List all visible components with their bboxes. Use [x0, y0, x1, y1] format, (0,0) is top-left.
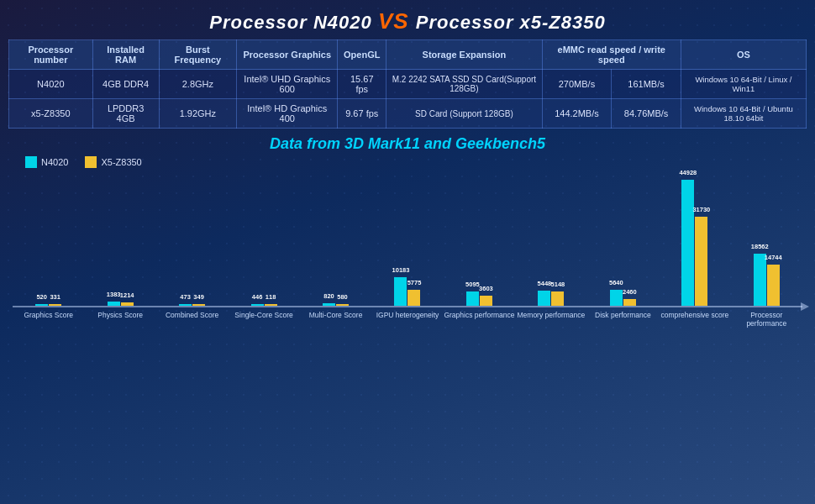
bar-labels-container: Graphics ScorePhysics ScoreCombined Scor… [8, 307, 807, 328]
bar-group: 50953603 [444, 291, 515, 306]
chart-title: Data from 3D Mark11 and Geekbench5 [0, 129, 815, 156]
bar-value-x5: 5148 [551, 281, 565, 288]
header-opengl: OpenGL [338, 40, 386, 70]
bar-value-x5: 349 [193, 293, 204, 301]
chart-area: 5203311383121447334944611882058010183577… [0, 171, 815, 339]
cell-read: 270MB/s [542, 70, 612, 99]
bar-value-x5: 2460 [623, 288, 637, 296]
cell-graphics: Intel® HD Graphics 400 [237, 99, 338, 129]
cell-freq: 1.92GHz [159, 99, 237, 129]
bar-label: Single-Core Score [228, 309, 299, 328]
header-processor-number: Processor number [9, 40, 93, 70]
bar-group: 56402460 [587, 290, 659, 306]
bar-label: Memory performance [515, 309, 586, 328]
bar-value-x5: 3603 [479, 285, 493, 292]
page-title: Processor N4020 VS Processor x5-Z8350 [0, 0, 815, 39]
title-part1: Processor N4020 [209, 12, 372, 33]
bar-x5: 2460 [623, 299, 636, 306]
bar-group: 4492831730 [659, 180, 730, 306]
header-burst-freq: Burst Frequency [159, 40, 237, 70]
legend-x5: X5-Z8350 [85, 156, 141, 168]
bar-label: Processor performance [731, 309, 802, 328]
bar-label: Graphics Score [13, 309, 84, 328]
bar-value-x5: 331 [50, 293, 60, 301]
bar-x5: 31730 [695, 217, 707, 306]
bar-group: 1856214744 [731, 254, 802, 306]
x-axis-arrow [801, 302, 809, 311]
bar-label: Combined Score [156, 309, 228, 328]
header-storage: Storage Expansion [386, 40, 542, 70]
cell-os: Windows 10 64-Bit / Ubuntu 18.10 64bit [681, 99, 806, 129]
legend-n4020: N4020 [25, 156, 68, 168]
chart-legend: N4020 X5-Z8350 [0, 156, 815, 168]
cell-os: Windows 10 64-Bit / Linux / Win11 [681, 70, 806, 99]
title-vs: VS [378, 8, 416, 34]
legend-label-x5: X5-Z8350 [101, 157, 141, 167]
bar-label: Graphics performance [444, 309, 515, 328]
bar-x5: 3603 [480, 296, 492, 306]
header-processor-graphics: Processor Graphics [237, 40, 338, 70]
header-installed-ram: Installed RAM [92, 40, 159, 70]
table-row: N4020 4GB DDR4 2.8GHz Intel® UHD Graphic… [9, 70, 807, 99]
x-axis [13, 306, 802, 307]
bar-value-n4020: 1383 [107, 291, 121, 298]
bar-n4020: 10183 [394, 277, 407, 306]
bar-value-x5: 1214 [120, 291, 134, 299]
cell-freq: 2.8GHz [159, 70, 237, 99]
bar-value-n4020: 446 [252, 293, 263, 301]
cell-processor: x5-Z8350 [9, 99, 93, 129]
bar-label: Multi-Core Score [300, 309, 371, 328]
table-row: x5-Z8350 LPDDR3 4GB 1.92GHz Intel® HD Gr… [9, 99, 807, 129]
bar-value-x5: 5775 [408, 279, 422, 286]
bar-n4020: 5095 [466, 291, 479, 306]
cell-ram: 4GB DDR4 [92, 70, 159, 99]
bar-value-n4020: 5448 [538, 280, 552, 287]
cell-opengl: 9.67 fps [338, 99, 386, 129]
bar-value-n4020: 10183 [392, 266, 410, 274]
bar-value-n4020: 5095 [465, 281, 480, 288]
bar-n4020: 5640 [610, 290, 623, 306]
legend-color-x5 [85, 156, 97, 168]
bar-value-n4020: 44928 [679, 169, 697, 176]
bar-n4020: 5448 [538, 291, 550, 306]
cell-write: 161MB/s [612, 70, 681, 99]
bar-x5: 5775 [408, 290, 420, 306]
bar-n4020: 18562 [754, 254, 766, 306]
comparison-table: Processor number Installed RAM Burst Fre… [8, 39, 807, 129]
bar-value-x5: 31730 [692, 206, 710, 213]
bars-container: 5203311383121447334944611882058010183577… [8, 171, 807, 306]
cell-graphics: Intel® UHD Graphics 600 [237, 70, 338, 99]
bar-value-n4020: 820 [323, 292, 334, 300]
bar-label: comprehensive score [659, 309, 730, 328]
bar-label: Physics Score [84, 309, 155, 328]
title-part2: Processor x5-Z8350 [416, 12, 606, 33]
bar-value-x5: 14744 [765, 254, 782, 261]
bar-value-n4020: 473 [180, 293, 191, 301]
header-os: OS [681, 40, 806, 70]
bar-x5: 5148 [551, 291, 564, 306]
bar-value-x5: 580 [337, 293, 348, 301]
cell-processor: N4020 [9, 70, 93, 99]
bar-value-x5: 118 [266, 293, 276, 301]
cell-read: 144.2MB/s [542, 99, 612, 129]
bar-n4020: 44928 [681, 180, 694, 306]
bar-group: 101835775 [371, 277, 443, 306]
bar-label: Disk performance [587, 309, 659, 328]
bar-value-n4020: 5640 [609, 279, 623, 286]
cell-write: 84.76MB/s [612, 99, 681, 129]
legend-label-n4020: N4020 [41, 157, 68, 167]
cell-storage: SD Card (Support 128GB) [386, 99, 542, 129]
bar-value-n4020: 18562 [751, 243, 769, 250]
header-emmc: eMMC read speed / write speed [542, 40, 681, 70]
bar-x5: 14744 [767, 265, 780, 306]
cell-ram: LPDDR3 4GB [92, 99, 159, 129]
legend-color-n4020 [25, 156, 37, 168]
cell-opengl: 15.67 fps [338, 70, 386, 99]
cell-storage: M.2 2242 SATA SSD SD Card(Support 128GB) [386, 70, 542, 99]
bar-label: IGPU heterogeneity [371, 309, 443, 328]
bar-value-n4020: 520 [36, 293, 47, 301]
bar-group: 54485148 [515, 291, 586, 306]
